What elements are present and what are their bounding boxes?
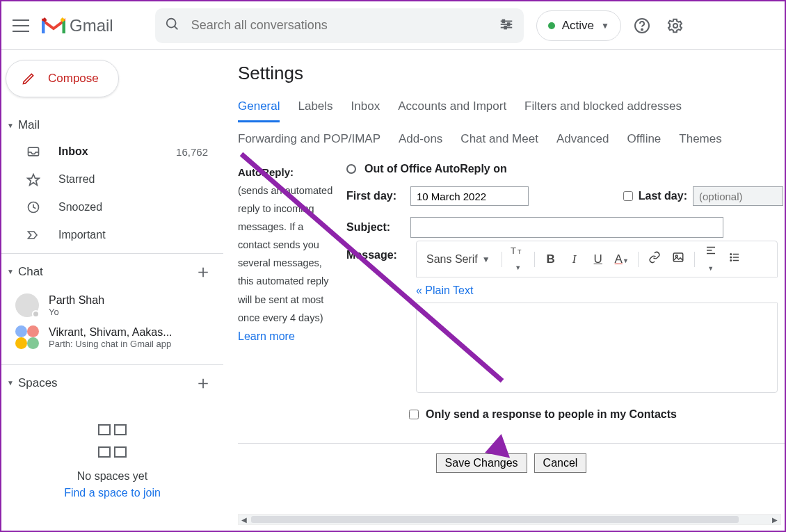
inbox-icon: [26, 145, 45, 159]
caret-down-icon: ▼: [7, 379, 14, 387]
bold-icon[interactable]: B: [543, 252, 559, 266]
tab-offline[interactable]: Offline: [627, 132, 661, 146]
font-selector[interactable]: Sans Serif ▼: [424, 252, 493, 267]
chat-section-title: Chat: [18, 265, 43, 279]
spaces-empty-state: No spaces yet Find a space to join: [1, 401, 223, 499]
compose-button[interactable]: Compose: [6, 60, 119, 97]
help-icon[interactable]: [629, 13, 655, 38]
search-input[interactable]: [191, 18, 492, 33]
horizontal-scrollbar[interactable]: ◀ ▶: [238, 514, 781, 525]
star-icon: [26, 172, 45, 186]
first-day-input[interactable]: [410, 186, 529, 206]
avatar: [15, 293, 39, 317]
gmail-logo[interactable]: Gmail: [42, 16, 113, 35]
caret-down-icon: ▼: [482, 255, 490, 264]
find-space-link[interactable]: Find a space to join: [1, 487, 223, 499]
svg-point-10: [673, 24, 677, 28]
tab-chat-meet[interactable]: Chat and Meet: [460, 132, 538, 146]
svg-marker-12: [28, 175, 40, 186]
chat-preview: Parth: Using chat in Gmail app: [49, 339, 173, 349]
nav-snoozed[interactable]: Snoozed: [1, 193, 223, 221]
nav-inbox[interactable]: Inbox 16,762: [1, 138, 223, 166]
svg-line-1: [174, 26, 177, 29]
tab-accounts[interactable]: Accounts and Import: [398, 99, 506, 122]
scroll-left-icon[interactable]: ◀: [239, 515, 250, 524]
svg-point-9: [641, 29, 643, 30]
svg-point-21: [730, 254, 732, 255]
tab-advanced[interactable]: Advanced: [556, 132, 609, 146]
nav-starred[interactable]: Starred: [1, 166, 223, 193]
group-avatar: [15, 325, 39, 349]
search-icon: [165, 17, 180, 35]
tab-filters[interactable]: Filters and blocked addresses: [524, 99, 682, 122]
align-icon[interactable]: ▼: [703, 244, 719, 274]
chat-item[interactable]: Parth Shah Yo: [1, 289, 223, 321]
link-icon[interactable]: [647, 251, 662, 267]
font-size-icon[interactable]: TT ▼: [511, 245, 526, 273]
first-day-label: First day:: [346, 190, 402, 202]
status-selector[interactable]: Active ▼: [536, 10, 621, 41]
nav-label: Starred: [58, 173, 208, 186]
search-bar[interactable]: [155, 8, 524, 43]
chat-item[interactable]: Vikrant, Shivam, Aakas... Parth: Using c…: [1, 321, 223, 353]
status-dot-icon: [548, 22, 555, 29]
tab-labels[interactable]: Labels: [298, 99, 332, 122]
nav-important[interactable]: Important: [1, 221, 223, 249]
caret-down-icon: ▼: [7, 122, 14, 129]
scrollbar-thumb[interactable]: [251, 516, 739, 523]
tab-inbox[interactable]: Inbox: [351, 99, 380, 122]
spaces-section-header[interactable]: ▼ Spaces ＋: [1, 365, 223, 401]
learn-more-link[interactable]: Learn more: [238, 327, 335, 347]
status-label: Active: [562, 19, 594, 33]
list-icon[interactable]: [727, 251, 742, 267]
caret-down-icon: ▼: [7, 268, 14, 275]
subject-input[interactable]: [410, 217, 723, 238]
last-day-checkbox[interactable]: [623, 191, 633, 201]
last-day-label: Last day:: [639, 190, 687, 202]
search-options-icon[interactable]: [499, 17, 514, 35]
editor-toolbar: Sans Serif ▼ TT ▼ B I U A▼: [416, 241, 778, 277]
spaces-empty-label: No spaces yet: [1, 470, 223, 483]
tab-general[interactable]: General: [238, 99, 280, 122]
caret-down-icon: ▼: [601, 21, 609, 31]
chat-section-header[interactable]: ▼ Chat ＋: [1, 254, 223, 289]
new-chat-button[interactable]: ＋: [194, 259, 212, 284]
underline-icon[interactable]: U: [591, 252, 606, 266]
product-name: Gmail: [70, 16, 113, 35]
settings-tabs-primary: General Labels Inbox Accounts and Import…: [238, 99, 785, 122]
settings-gear-icon[interactable]: [663, 13, 688, 38]
nav-label: Inbox: [58, 145, 176, 158]
caret-down-icon: ▼: [515, 264, 521, 271]
italic-icon[interactable]: I: [567, 252, 582, 266]
subject-label: Subject:: [346, 221, 402, 234]
nav-label: Snoozed: [58, 201, 208, 213]
cancel-button[interactable]: Cancel: [534, 453, 587, 473]
only-contacts-checkbox[interactable]: [409, 410, 419, 419]
message-label: Message:: [346, 249, 402, 261]
spaces-grid-icon: [98, 424, 127, 435]
text-color-icon[interactable]: A▼: [614, 252, 629, 266]
image-icon[interactable]: [671, 251, 686, 267]
last-day-input[interactable]: [693, 186, 783, 206]
autoreply-on-radio[interactable]: [346, 164, 356, 174]
main-menu-icon[interactable]: [13, 17, 29, 34]
new-space-button[interactable]: ＋: [194, 371, 212, 395]
save-changes-button[interactable]: Save Changes: [436, 453, 527, 473]
important-icon: [26, 228, 45, 242]
scroll-right-icon[interactable]: ▶: [769, 515, 780, 524]
plain-text-link[interactable]: « Plain Text: [416, 284, 783, 297]
chat-name: Parth Shah: [49, 294, 104, 307]
svg-rect-7: [504, 26, 506, 29]
svg-text:T: T: [511, 245, 516, 256]
compose-label: Compose: [48, 72, 99, 86]
mail-section-header[interactable]: ▼ Mail: [1, 113, 223, 138]
svg-rect-5: [502, 19, 504, 22]
tab-addons[interactable]: Add-ons: [399, 132, 442, 146]
tab-forwarding[interactable]: Forwarding and POP/IMAP: [238, 132, 380, 146]
chat-preview: Yo: [49, 307, 104, 317]
font-name: Sans Serif: [426, 253, 478, 266]
tab-themes[interactable]: Themes: [679, 132, 721, 146]
svg-rect-6: [508, 23, 510, 26]
svg-point-25: [730, 260, 732, 261]
message-editor[interactable]: [416, 303, 778, 393]
